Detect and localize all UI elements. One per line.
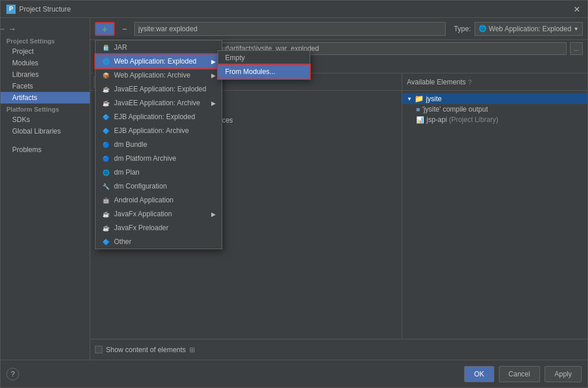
menu-item-label: JavaFx Preloader (114, 224, 168, 232)
javaee-archive-icon: ☕ (101, 98, 111, 108)
submenu-item-label: From Modules... (225, 68, 275, 76)
menu-item-dm-bundle[interactable]: 🔵 dm Bundle (95, 138, 222, 151)
menu-item-other[interactable]: 🔷 Other (95, 235, 222, 249)
expand-arrow-icon: ▼ (407, 96, 412, 102)
menu-item-label: dm Configuration (114, 182, 167, 190)
sidebar-nav: ← → (1, 23, 13, 35)
folder-icon: 📁 (414, 94, 424, 103)
platform-settings-label: Platform Settings (1, 104, 90, 114)
sidebar-item-facets[interactable]: Facets (1, 80, 90, 92)
menu-item-dm-config[interactable]: 🔧 dm Configuration (95, 179, 222, 193)
add-button[interactable]: + (95, 22, 115, 36)
bottom-buttons: ? OK Cancel Apply (1, 360, 587, 387)
close-button[interactable]: ✕ (572, 5, 582, 14)
avail-tree-item-compile[interactable]: ■ 'jysite' compile output (411, 104, 587, 114)
footer: Show content of elements ⊞ (90, 339, 587, 360)
menu-item-web-archive[interactable]: 📦 Web Application: Archive ▶ (95, 68, 222, 82)
dialog-content: ← → Project Settings Project Modules Lib… (1, 18, 587, 360)
web-icon: 🌐 (479, 25, 487, 32)
javafx-icon: ☕ (101, 209, 111, 219)
menu-item-label: dm Platform Archive (114, 154, 176, 162)
javaee-exploded-icon: ☕ (101, 84, 111, 94)
avail-tree-item-jysite[interactable]: ▼ 📁 jysite (402, 93, 587, 104)
submenu-arrow-icon: ▶ (211, 211, 216, 217)
compile-icon: ■ (416, 106, 420, 113)
submenu-item-from-modules[interactable]: From Modules... (218, 65, 310, 79)
browse-button[interactable]: ... (570, 42, 583, 55)
sidebar-item-problems[interactable]: Problems (1, 144, 90, 156)
show-content-row: Show content of elements ⊞ (95, 346, 195, 354)
sidebar-item-project[interactable]: Project (1, 46, 90, 57)
menu-item-label: JAR (114, 43, 127, 51)
ejb-exploded-icon: 🔷 (101, 112, 111, 121)
add-btn-container: + (95, 22, 115, 36)
show-content-checkbox[interactable] (95, 346, 102, 353)
menu-item-ejb-exploded[interactable]: 🔷 EJB Application: Exploded (95, 110, 222, 124)
android-icon: 🤖 (101, 195, 111, 205)
menu-item-label: dm Plan (114, 168, 139, 176)
type-value: Web Application: Exploded (489, 25, 572, 33)
artifact-name-input[interactable] (134, 22, 446, 36)
menu-item-javaee-archive[interactable]: ☕ JavaEE Application: Archive ▶ (95, 96, 222, 110)
menu-item-dm-platform[interactable]: 🔵 dm Platform Archive (95, 151, 222, 165)
menu-item-label: dm Bundle (114, 141, 147, 149)
sidebar-item-sdks[interactable]: SDKs (1, 114, 90, 125)
jar-icon: 🫙 (101, 43, 111, 52)
right-panel-content: ▼ 📁 jysite ■ 'jysite' compile output 📊 j… (402, 91, 587, 339)
forward-button[interactable]: → (8, 24, 16, 34)
available-elements-label: Available Elements (407, 78, 466, 86)
submenu-item-label: Empty (225, 54, 245, 62)
dm-config-icon: 🔧 (101, 182, 111, 191)
avail-tree-item-jsp-api[interactable]: 📊 jsp-api (Project Library) (411, 114, 587, 125)
right-panel-header: Available Elements ? (402, 73, 587, 91)
sidebar-item-modules[interactable]: Modules (1, 57, 90, 69)
type-dropdown[interactable]: 🌐 Web Application: Exploded ▼ (475, 22, 583, 36)
menu-item-label: Android Application (114, 196, 174, 204)
ok-button[interactable]: OK (464, 366, 494, 382)
menu-item-label: JavaEE Application: Exploded (114, 85, 206, 93)
dropdown-arrow-icon: ▼ (574, 26, 579, 32)
lib-icon: 📊 (416, 116, 424, 124)
cancel-button[interactable]: Cancel (499, 366, 540, 382)
web-exploded-submenu: Empty From Modules... (218, 50, 310, 79)
sidebar-item-global-libraries[interactable]: Global Libraries (1, 125, 90, 137)
menu-item-javafx-preloader[interactable]: ☕ JavaFx Preloader (95, 221, 222, 235)
menu-item-javaee-exploded[interactable]: ☕ JavaEE Application: Exploded (95, 82, 222, 96)
javafx-preloader-icon: ☕ (101, 223, 111, 232)
menu-item-label: Other (114, 238, 131, 246)
menu-item-javafx[interactable]: ☕ JavaFx Application ▶ (95, 207, 222, 221)
menu-item-label: EJB Application: Exploded (114, 113, 195, 121)
dm-platform-icon: 🔵 (101, 154, 111, 163)
menu-item-label: EJB Application: Archive (114, 127, 189, 135)
back-button[interactable]: ← (1, 24, 6, 34)
web-archive-icon: 📦 (101, 71, 111, 80)
project-structure-dialog: P Project Structure ✕ ← → Project Settin… (0, 0, 588, 388)
menu-item-ejb-archive[interactable]: 🔷 EJB Application: Archive (95, 124, 222, 138)
submenu-item-empty[interactable]: Empty (218, 51, 310, 65)
menu-item-label: Web Application: Exploded (114, 57, 197, 65)
help-button[interactable]: ? (6, 368, 19, 380)
menu-item-dm-plan[interactable]: 🌐 dm Plan (95, 165, 222, 179)
menu-item-android[interactable]: 🤖 Android Application (95, 193, 222, 207)
type-label: Type: (454, 25, 471, 33)
submenu-arrow-icon: ▶ (211, 100, 216, 106)
sidebar-item-libraries[interactable]: Libraries (1, 69, 90, 80)
ejb-archive-icon: 🔷 (101, 126, 111, 135)
grid-icon: ⊞ (189, 346, 195, 354)
menu-item-jar[interactable]: 🫙 JAR (95, 40, 222, 54)
menu-item-label: JavaEE Application: Archive (114, 99, 200, 107)
dialog-title: Project Structure (19, 5, 71, 13)
help-icon: ? (468, 79, 472, 86)
top-toolbar: + − Type: 🌐 Web Application: Exploded ▼ (90, 18, 587, 40)
other-icon: 🔷 (101, 237, 111, 246)
menu-item-label: JavaFx Application (114, 210, 172, 218)
submenu-arrow-icon: ▶ (211, 58, 216, 65)
dm-plan-icon: 🌐 (101, 168, 111, 177)
add-dropdown-menu: 🫙 JAR 🌐 Web Application: Exploded ▶ 📦 We… (95, 40, 222, 249)
app-icon: P (6, 5, 16, 14)
main-area: + − Type: 🌐 Web Application: Exploded ▼ … (90, 18, 587, 360)
sidebar-item-artifacts[interactable]: Artifacts (1, 92, 90, 104)
apply-button[interactable]: Apply (545, 366, 582, 382)
menu-item-web-exploded[interactable]: 🌐 Web Application: Exploded ▶ (95, 54, 222, 68)
remove-button[interactable]: − (118, 23, 131, 35)
